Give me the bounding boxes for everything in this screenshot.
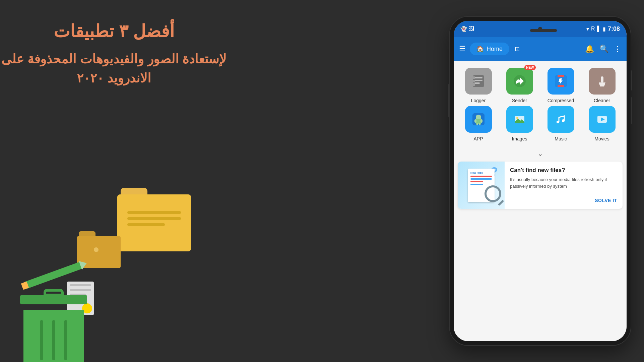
doc-header: New Files bbox=[470, 171, 492, 174]
home-label: Home bbox=[487, 46, 503, 53]
movies-label: Movies bbox=[594, 136, 609, 141]
doc-line-red bbox=[470, 176, 492, 177]
app-item-images[interactable]: Images bbox=[500, 106, 539, 141]
images-icon bbox=[506, 106, 533, 133]
svg-rect-17 bbox=[480, 119, 482, 123]
trash-stripe bbox=[64, 320, 67, 360]
svg-rect-1 bbox=[474, 77, 482, 78]
doc-line-blue-short bbox=[470, 184, 483, 185]
sender-icon-wrapper: NEW bbox=[506, 68, 533, 95]
folder-dot bbox=[94, 247, 99, 252]
wifi-icon: ▾ bbox=[586, 26, 589, 32]
movies-icon bbox=[589, 106, 616, 133]
doc-line-short bbox=[470, 181, 483, 182]
app-item-movies[interactable]: Movies bbox=[583, 106, 621, 141]
info-card-image: ? New Files bbox=[458, 162, 505, 209]
compressed-label: Compressed bbox=[548, 98, 574, 103]
info-card: ? New Files Can't find new files? bbox=[458, 162, 623, 209]
logger-icon bbox=[465, 68, 492, 95]
folder-line bbox=[127, 211, 181, 214]
svg-rect-15 bbox=[476, 119, 481, 124]
movies-icon-wrapper bbox=[589, 106, 616, 133]
power-button bbox=[631, 70, 632, 90]
hamburger-icon[interactable]: ☰ bbox=[459, 45, 466, 53]
compressed-icon-wrapper bbox=[548, 68, 574, 95]
cleaner-label: Cleaner bbox=[594, 98, 610, 103]
more-icon[interactable]: ⋮ bbox=[614, 45, 621, 53]
music-icon bbox=[548, 106, 574, 133]
logger-label: Logger bbox=[471, 98, 486, 103]
sender-icon bbox=[506, 68, 533, 95]
cleaner-icon-wrapper bbox=[589, 68, 616, 95]
svg-rect-19 bbox=[479, 123, 480, 125]
svg-rect-9 bbox=[558, 75, 564, 77]
svg-rect-12 bbox=[601, 76, 603, 82]
ghost-icon: 👻 bbox=[460, 26, 467, 32]
app-item-sender[interactable]: NEW Sender bbox=[500, 68, 539, 103]
app-item-cleaner[interactable]: Cleaner bbox=[583, 68, 621, 103]
status-icons-left: 👻 🖼 bbox=[460, 26, 474, 32]
svg-point-22 bbox=[516, 117, 518, 119]
arabic-title: أفضل ٣ تطبيقات bbox=[54, 20, 174, 43]
compressed-icon bbox=[548, 68, 574, 95]
info-card-action: SOLVE IT bbox=[505, 195, 623, 209]
home-button[interactable]: 🏠 Home bbox=[470, 43, 509, 55]
phone-wrapper: 👻 🖼 ▾ R ▌ ▮ 7:08 ☰ 🏠 Home ⊡ bbox=[443, 7, 637, 355]
app-bar: ☰ 🏠 Home ⊡ 🔔 🔍 ⋮ bbox=[454, 37, 627, 61]
svg-point-24 bbox=[557, 121, 559, 123]
main-content: Logger NEW Sender bbox=[454, 61, 627, 341]
trash-body bbox=[23, 310, 84, 362]
music-icon-wrapper bbox=[548, 106, 574, 133]
app-icon-wrapper bbox=[465, 106, 492, 133]
app-item-compressed[interactable]: Compressed bbox=[541, 68, 580, 103]
trash-lid bbox=[20, 295, 87, 304]
svg-rect-18 bbox=[476, 123, 478, 125]
app-item-logger[interactable]: Logger bbox=[459, 68, 498, 103]
app-grid: Logger NEW Sender bbox=[454, 61, 627, 148]
svg-point-25 bbox=[562, 119, 565, 122]
chevron-down-icon: ⌄ bbox=[537, 150, 543, 157]
status-icons-right: ▾ R ▌ ▮ 7:08 bbox=[586, 25, 620, 33]
music-label: Music bbox=[555, 136, 567, 141]
app-label: APP bbox=[473, 136, 483, 141]
doc-line bbox=[70, 284, 91, 286]
volume-button bbox=[631, 97, 632, 124]
search-icon[interactable]: 🔍 bbox=[599, 45, 608, 53]
pencil-eraser bbox=[21, 282, 29, 290]
trash-can bbox=[20, 295, 87, 362]
arabic-subtitle: لإستعادة الصور والفيديوهات المحذوفة على … bbox=[0, 50, 228, 88]
folder-large bbox=[117, 188, 191, 251]
folder-line bbox=[127, 217, 181, 220]
app-bar-actions: 🔔 🔍 ⋮ bbox=[585, 45, 621, 53]
signal-bars-icon: ▌ bbox=[597, 26, 601, 32]
home-icon: 🏠 bbox=[476, 45, 484, 53]
notification-icon[interactable]: 🔔 bbox=[585, 45, 594, 53]
info-card-text: Can't find new files? It's usually becau… bbox=[505, 162, 623, 195]
info-card-description: It's usually because your media files re… bbox=[510, 176, 617, 189]
svg-rect-6 bbox=[472, 83, 475, 86]
folder-large-body bbox=[117, 194, 191, 251]
trash-stripe bbox=[40, 320, 43, 360]
solve-button[interactable]: SOLVE IT bbox=[595, 198, 617, 203]
images-label: Images bbox=[512, 136, 527, 141]
folder-line bbox=[127, 223, 165, 226]
speaker-grille bbox=[530, 29, 557, 32]
cleaner-icon bbox=[589, 68, 616, 95]
info-card-title: Can't find new files? bbox=[510, 167, 617, 174]
phone-screen: 👻 🖼 ▾ R ▌ ▮ 7:08 ☰ 🏠 Home ⊡ bbox=[454, 21, 627, 341]
chevron-row[interactable]: ⌄ bbox=[454, 148, 627, 162]
doc-line-blue bbox=[470, 178, 492, 180]
app-item-app[interactable]: APP bbox=[459, 106, 498, 141]
svg-rect-16 bbox=[474, 119, 476, 123]
svg-rect-3 bbox=[474, 82, 480, 84]
doc-line bbox=[70, 289, 91, 291]
phone-outer: 👻 🖼 ▾ R ▌ ▮ 7:08 ☰ 🏠 Home ⊡ bbox=[450, 17, 631, 345]
images-icon-wrapper bbox=[506, 106, 533, 133]
svg-rect-23 bbox=[555, 113, 567, 125]
svg-rect-4 bbox=[472, 76, 475, 79]
grid-view-button[interactable]: ⊡ bbox=[515, 45, 520, 53]
svg-rect-2 bbox=[474, 80, 482, 81]
app-item-music[interactable]: Music bbox=[541, 106, 580, 141]
logger-icon-wrapper bbox=[465, 68, 492, 95]
volume-left-button bbox=[448, 84, 450, 117]
